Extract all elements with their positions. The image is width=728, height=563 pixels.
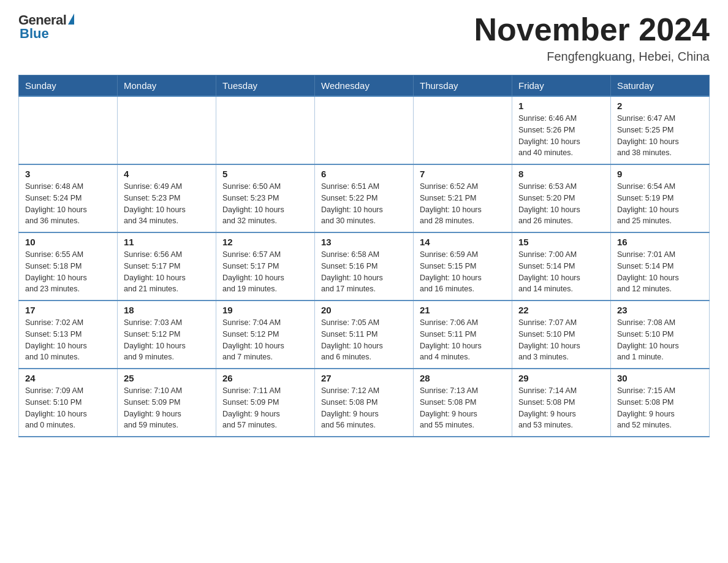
day-number: 7: [420, 169, 506, 179]
day-number: 8: [518, 169, 604, 179]
day-number: 30: [617, 373, 703, 383]
calendar-cell: 29Sunrise: 7:14 AM Sunset: 5:08 PM Dayli…: [512, 369, 611, 437]
calendar-cell: 19Sunrise: 7:04 AM Sunset: 5:12 PM Dayli…: [216, 301, 315, 369]
day-info: Sunrise: 6:48 AM Sunset: 5:24 PM Dayligh…: [25, 181, 111, 227]
calendar-cell: 27Sunrise: 7:12 AM Sunset: 5:08 PM Dayli…: [315, 369, 414, 437]
day-info: Sunrise: 6:49 AM Sunset: 5:23 PM Dayligh…: [124, 181, 210, 227]
day-info: Sunrise: 6:47 AM Sunset: 5:25 PM Dayligh…: [617, 113, 703, 159]
day-info: Sunrise: 6:50 AM Sunset: 5:23 PM Dayligh…: [222, 181, 308, 227]
calendar-week-row: 3Sunrise: 6:48 AM Sunset: 5:24 PM Daylig…: [19, 164, 710, 232]
logo: General Blue: [18, 12, 74, 42]
day-number: 4: [124, 169, 210, 179]
day-number: 16: [617, 237, 703, 247]
day-number: 11: [124, 237, 210, 247]
day-number: 24: [25, 373, 111, 383]
day-number: 9: [617, 169, 703, 179]
title-block: November 2024 Fengfengkuang, Hebei, Chin…: [474, 12, 710, 64]
day-number: 2: [617, 101, 703, 111]
day-info: Sunrise: 7:01 AM Sunset: 5:14 PM Dayligh…: [617, 249, 703, 295]
day-info: Sunrise: 7:13 AM Sunset: 5:08 PM Dayligh…: [420, 385, 506, 431]
day-number: 26: [222, 373, 308, 383]
weekday-header-tuesday: Tuesday: [216, 75, 315, 97]
day-number: 27: [321, 373, 407, 383]
day-number: 25: [124, 373, 210, 383]
weekday-header-friday: Friday: [512, 75, 611, 97]
calendar-cell: 15Sunrise: 7:00 AM Sunset: 5:14 PM Dayli…: [512, 232, 611, 301]
calendar-cell: 13Sunrise: 6:58 AM Sunset: 5:16 PM Dayli…: [315, 232, 414, 301]
calendar-cell: 12Sunrise: 6:57 AM Sunset: 5:17 PM Dayli…: [216, 232, 315, 301]
calendar-week-row: 1Sunrise: 6:46 AM Sunset: 5:26 PM Daylig…: [19, 96, 710, 164]
calendar-cell: 8Sunrise: 6:53 AM Sunset: 5:20 PM Daylig…: [512, 164, 611, 232]
calendar-cell: 20Sunrise: 7:05 AM Sunset: 5:11 PM Dayli…: [315, 301, 414, 369]
day-info: Sunrise: 7:03 AM Sunset: 5:12 PM Dayligh…: [124, 317, 210, 363]
day-info: Sunrise: 7:14 AM Sunset: 5:08 PM Dayligh…: [518, 385, 604, 431]
day-number: 15: [518, 237, 604, 247]
day-number: 12: [222, 237, 308, 247]
calendar-cell: 28Sunrise: 7:13 AM Sunset: 5:08 PM Dayli…: [414, 369, 512, 437]
day-info: Sunrise: 6:58 AM Sunset: 5:16 PM Dayligh…: [321, 249, 407, 295]
day-info: Sunrise: 7:10 AM Sunset: 5:09 PM Dayligh…: [124, 385, 210, 431]
weekday-header-monday: Monday: [118, 75, 216, 97]
day-info: Sunrise: 7:06 AM Sunset: 5:11 PM Dayligh…: [420, 317, 506, 363]
logo-arrow-icon: [68, 13, 74, 25]
month-title: November 2024: [474, 12, 710, 47]
logo-blue-text: Blue: [18, 26, 49, 42]
day-info: Sunrise: 7:00 AM Sunset: 5:14 PM Dayligh…: [518, 249, 604, 295]
calendar-week-row: 17Sunrise: 7:02 AM Sunset: 5:13 PM Dayli…: [19, 301, 710, 369]
calendar-cell: 23Sunrise: 7:08 AM Sunset: 5:10 PM Dayli…: [611, 301, 710, 369]
calendar-cell: 6Sunrise: 6:51 AM Sunset: 5:22 PM Daylig…: [315, 164, 414, 232]
day-info: Sunrise: 7:04 AM Sunset: 5:12 PM Dayligh…: [222, 317, 308, 363]
day-info: Sunrise: 7:12 AM Sunset: 5:08 PM Dayligh…: [321, 385, 407, 431]
calendar-cell: 26Sunrise: 7:11 AM Sunset: 5:09 PM Dayli…: [216, 369, 315, 437]
day-number: 17: [25, 305, 111, 315]
calendar-cell: 9Sunrise: 6:54 AM Sunset: 5:19 PM Daylig…: [611, 164, 710, 232]
day-info: Sunrise: 7:02 AM Sunset: 5:13 PM Dayligh…: [25, 317, 111, 363]
day-number: 13: [321, 237, 407, 247]
weekday-header-thursday: Thursday: [414, 75, 512, 97]
day-number: 1: [518, 101, 604, 111]
day-number: 10: [25, 237, 111, 247]
calendar-cell: [118, 96, 216, 164]
calendar-week-row: 24Sunrise: 7:09 AM Sunset: 5:10 PM Dayli…: [19, 369, 710, 437]
day-number: 29: [518, 373, 604, 383]
calendar-cell: 17Sunrise: 7:02 AM Sunset: 5:13 PM Dayli…: [19, 301, 118, 369]
day-info: Sunrise: 7:09 AM Sunset: 5:10 PM Dayligh…: [25, 385, 111, 431]
calendar-cell: [315, 96, 414, 164]
calendar-cell: 25Sunrise: 7:10 AM Sunset: 5:09 PM Dayli…: [118, 369, 216, 437]
calendar-cell: 18Sunrise: 7:03 AM Sunset: 5:12 PM Dayli…: [118, 301, 216, 369]
calendar-cell: 22Sunrise: 7:07 AM Sunset: 5:10 PM Dayli…: [512, 301, 611, 369]
calendar-cell: 7Sunrise: 6:52 AM Sunset: 5:21 PM Daylig…: [414, 164, 512, 232]
calendar-cell: 3Sunrise: 6:48 AM Sunset: 5:24 PM Daylig…: [19, 164, 118, 232]
weekday-header-wednesday: Wednesday: [315, 75, 414, 97]
day-number: 5: [222, 169, 308, 179]
calendar-header-row: SundayMondayTuesdayWednesdayThursdayFrid…: [19, 75, 710, 97]
day-number: 21: [420, 305, 506, 315]
day-number: 20: [321, 305, 407, 315]
day-info: Sunrise: 6:59 AM Sunset: 5:15 PM Dayligh…: [420, 249, 506, 295]
calendar-cell: 16Sunrise: 7:01 AM Sunset: 5:14 PM Dayli…: [611, 232, 710, 301]
day-number: 3: [25, 169, 111, 179]
day-number: 18: [124, 305, 210, 315]
calendar-cell: [414, 96, 512, 164]
day-info: Sunrise: 6:57 AM Sunset: 5:17 PM Dayligh…: [222, 249, 308, 295]
day-info: Sunrise: 6:46 AM Sunset: 5:26 PM Dayligh…: [518, 113, 604, 159]
calendar-cell: 1Sunrise: 6:46 AM Sunset: 5:26 PM Daylig…: [512, 96, 611, 164]
calendar-cell: 21Sunrise: 7:06 AM Sunset: 5:11 PM Dayli…: [414, 301, 512, 369]
calendar-cell: [19, 96, 118, 164]
day-number: 14: [420, 237, 506, 247]
day-info: Sunrise: 7:08 AM Sunset: 5:10 PM Dayligh…: [617, 317, 703, 363]
calendar-cell: 30Sunrise: 7:15 AM Sunset: 5:08 PM Dayli…: [611, 369, 710, 437]
page-header: General Blue November 2024 Fengfengkuang…: [18, 12, 710, 64]
day-info: Sunrise: 6:52 AM Sunset: 5:21 PM Dayligh…: [420, 181, 506, 227]
day-info: Sunrise: 7:15 AM Sunset: 5:08 PM Dayligh…: [617, 385, 703, 431]
day-number: 28: [420, 373, 506, 383]
weekday-header-saturday: Saturday: [611, 75, 710, 97]
weekday-header-sunday: Sunday: [19, 75, 118, 97]
calendar-cell: 2Sunrise: 6:47 AM Sunset: 5:25 PM Daylig…: [611, 96, 710, 164]
calendar-cell: 5Sunrise: 6:50 AM Sunset: 5:23 PM Daylig…: [216, 164, 315, 232]
day-info: Sunrise: 7:11 AM Sunset: 5:09 PM Dayligh…: [222, 385, 308, 431]
calendar-cell: 11Sunrise: 6:56 AM Sunset: 5:17 PM Dayli…: [118, 232, 216, 301]
calendar-cell: 14Sunrise: 6:59 AM Sunset: 5:15 PM Dayli…: [414, 232, 512, 301]
day-info: Sunrise: 6:54 AM Sunset: 5:19 PM Dayligh…: [617, 181, 703, 227]
calendar-cell: 4Sunrise: 6:49 AM Sunset: 5:23 PM Daylig…: [118, 164, 216, 232]
